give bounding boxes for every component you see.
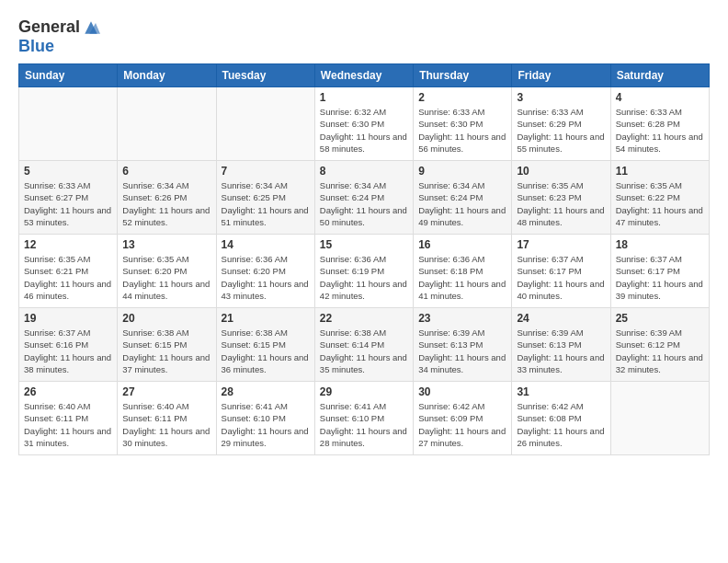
calendar-cell: 22Sunrise: 6:38 AM Sunset: 6:14 PM Dayli… — [314, 308, 413, 382]
day-number: 8 — [320, 165, 408, 178]
day-number: 15 — [320, 238, 408, 251]
day-info: Sunrise: 6:33 AM Sunset: 6:27 PM Dayligh… — [24, 179, 112, 228]
day-info: Sunrise: 6:33 AM Sunset: 6:29 PM Dayligh… — [517, 106, 605, 155]
calendar-cell: 26Sunrise: 6:40 AM Sunset: 6:11 PM Dayli… — [19, 382, 118, 455]
calendar-cell: 4Sunrise: 6:33 AM Sunset: 6:28 PM Daylig… — [610, 87, 709, 161]
weekday-header-row: SundayMondayTuesdayWednesdayThursdayFrid… — [19, 64, 710, 87]
day-info: Sunrise: 6:40 AM Sunset: 6:11 PM Dayligh… — [122, 400, 210, 449]
calendar-cell: 30Sunrise: 6:42 AM Sunset: 6:09 PM Dayli… — [414, 382, 512, 455]
day-number: 12 — [24, 238, 112, 251]
calendar-cell: 28Sunrise: 6:41 AM Sunset: 6:10 PM Dayli… — [216, 382, 314, 455]
calendar-cell: 20Sunrise: 6:38 AM Sunset: 6:15 PM Dayli… — [118, 308, 216, 382]
day-number: 21 — [222, 312, 310, 325]
calendar-cell: 23Sunrise: 6:39 AM Sunset: 6:13 PM Dayli… — [414, 308, 512, 382]
calendar-cell — [610, 382, 709, 455]
calendar-cell: 25Sunrise: 6:39 AM Sunset: 6:12 PM Dayli… — [610, 308, 709, 382]
day-number: 10 — [517, 165, 605, 178]
day-number: 31 — [517, 385, 605, 398]
calendar-cell: 14Sunrise: 6:36 AM Sunset: 6:20 PM Dayli… — [216, 235, 314, 308]
day-number: 2 — [418, 91, 506, 104]
logo-text-blue: Blue — [18, 37, 100, 56]
day-info: Sunrise: 6:33 AM Sunset: 6:30 PM Dayligh… — [418, 106, 506, 155]
day-number: 24 — [517, 312, 605, 325]
day-number: 9 — [418, 165, 506, 178]
weekday-header-thursday: Thursday — [414, 64, 512, 87]
weekday-header-tuesday: Tuesday — [216, 64, 314, 87]
calendar-cell: 12Sunrise: 6:35 AM Sunset: 6:21 PM Dayli… — [19, 235, 118, 308]
day-info: Sunrise: 6:33 AM Sunset: 6:28 PM Dayligh… — [616, 106, 704, 155]
calendar-cell — [216, 87, 314, 161]
day-info: Sunrise: 6:36 AM Sunset: 6:18 PM Dayligh… — [418, 253, 506, 302]
day-number: 6 — [122, 165, 210, 178]
day-info: Sunrise: 6:38 AM Sunset: 6:14 PM Dayligh… — [320, 327, 408, 375]
calendar-cell: 1Sunrise: 6:32 AM Sunset: 6:30 PM Daylig… — [314, 87, 413, 161]
calendar-cell: 17Sunrise: 6:37 AM Sunset: 6:17 PM Dayli… — [512, 235, 610, 308]
day-info: Sunrise: 6:38 AM Sunset: 6:15 PM Dayligh… — [122, 327, 210, 375]
logo-icon — [82, 18, 100, 37]
calendar-cell: 27Sunrise: 6:40 AM Sunset: 6:11 PM Dayli… — [118, 382, 216, 455]
day-number: 22 — [320, 312, 408, 325]
calendar-week-row: 1Sunrise: 6:32 AM Sunset: 6:30 PM Daylig… — [19, 87, 710, 161]
weekday-header-sunday: Sunday — [19, 64, 118, 87]
calendar-cell: 3Sunrise: 6:33 AM Sunset: 6:29 PM Daylig… — [512, 87, 610, 161]
calendar-cell: 13Sunrise: 6:35 AM Sunset: 6:20 PM Dayli… — [118, 235, 216, 308]
calendar-cell: 9Sunrise: 6:34 AM Sunset: 6:24 PM Daylig… — [414, 161, 512, 235]
day-number: 29 — [320, 385, 408, 398]
day-info: Sunrise: 6:39 AM Sunset: 6:13 PM Dayligh… — [517, 327, 605, 375]
day-info: Sunrise: 6:34 AM Sunset: 6:26 PM Dayligh… — [122, 179, 210, 228]
weekday-header-saturday: Saturday — [610, 64, 709, 87]
day-info: Sunrise: 6:35 AM Sunset: 6:21 PM Dayligh… — [24, 253, 112, 302]
calendar-cell — [19, 87, 118, 161]
day-number: 30 — [418, 385, 506, 398]
calendar-cell: 11Sunrise: 6:35 AM Sunset: 6:22 PM Dayli… — [610, 161, 709, 235]
calendar-cell: 24Sunrise: 6:39 AM Sunset: 6:13 PM Dayli… — [512, 308, 610, 382]
day-number: 23 — [418, 312, 506, 325]
day-number: 25 — [616, 312, 704, 325]
day-info: Sunrise: 6:34 AM Sunset: 6:24 PM Dayligh… — [320, 179, 408, 228]
day-info: Sunrise: 6:38 AM Sunset: 6:15 PM Dayligh… — [222, 327, 310, 375]
day-info: Sunrise: 6:36 AM Sunset: 6:19 PM Dayligh… — [320, 253, 408, 302]
calendar-cell: 31Sunrise: 6:42 AM Sunset: 6:08 PM Dayli… — [512, 382, 610, 455]
day-number: 1 — [320, 91, 408, 104]
calendar-table: SundayMondayTuesdayWednesdayThursdayFrid… — [18, 63, 710, 455]
calendar-cell: 16Sunrise: 6:36 AM Sunset: 6:18 PM Dayli… — [414, 235, 512, 308]
calendar-cell: 15Sunrise: 6:36 AM Sunset: 6:19 PM Dayli… — [314, 235, 413, 308]
calendar-cell: 10Sunrise: 6:35 AM Sunset: 6:23 PM Dayli… — [512, 161, 610, 235]
calendar-week-row: 26Sunrise: 6:40 AM Sunset: 6:11 PM Dayli… — [19, 382, 710, 455]
day-info: Sunrise: 6:37 AM Sunset: 6:17 PM Dayligh… — [616, 253, 704, 302]
day-info: Sunrise: 6:41 AM Sunset: 6:10 PM Dayligh… — [222, 400, 310, 449]
day-number: 14 — [222, 238, 310, 251]
calendar-cell: 19Sunrise: 6:37 AM Sunset: 6:16 PM Dayli… — [19, 308, 118, 382]
day-number: 19 — [24, 312, 112, 325]
logo-text-general: General — [18, 18, 80, 37]
day-number: 26 — [24, 385, 112, 398]
day-info: Sunrise: 6:36 AM Sunset: 6:20 PM Dayligh… — [222, 253, 310, 302]
calendar-week-row: 12Sunrise: 6:35 AM Sunset: 6:21 PM Dayli… — [19, 235, 710, 308]
weekday-header-monday: Monday — [118, 64, 216, 87]
day-info: Sunrise: 6:34 AM Sunset: 6:25 PM Dayligh… — [222, 179, 310, 228]
calendar-cell: 18Sunrise: 6:37 AM Sunset: 6:17 PM Dayli… — [610, 235, 709, 308]
day-number: 27 — [122, 385, 210, 398]
calendar-header: SundayMondayTuesdayWednesdayThursdayFrid… — [19, 64, 710, 87]
day-number: 4 — [616, 91, 704, 104]
day-number: 18 — [616, 238, 704, 251]
calendar-cell: 7Sunrise: 6:34 AM Sunset: 6:25 PM Daylig… — [216, 161, 314, 235]
day-info: Sunrise: 6:35 AM Sunset: 6:22 PM Dayligh… — [616, 179, 704, 228]
day-info: Sunrise: 6:37 AM Sunset: 6:17 PM Dayligh… — [517, 253, 605, 302]
calendar-cell — [118, 87, 216, 161]
day-number: 16 — [418, 238, 506, 251]
day-number: 11 — [616, 165, 704, 178]
calendar-cell: 6Sunrise: 6:34 AM Sunset: 6:26 PM Daylig… — [118, 161, 216, 235]
day-info: Sunrise: 6:42 AM Sunset: 6:08 PM Dayligh… — [517, 400, 605, 449]
logo: General Blue — [18, 18, 100, 56]
calendar-week-row: 5Sunrise: 6:33 AM Sunset: 6:27 PM Daylig… — [19, 161, 710, 235]
day-number: 5 — [24, 165, 112, 178]
calendar-cell: 8Sunrise: 6:34 AM Sunset: 6:24 PM Daylig… — [314, 161, 413, 235]
day-info: Sunrise: 6:42 AM Sunset: 6:09 PM Dayligh… — [418, 400, 506, 449]
day-number: 20 — [122, 312, 210, 325]
calendar-cell: 21Sunrise: 6:38 AM Sunset: 6:15 PM Dayli… — [216, 308, 314, 382]
day-number: 13 — [122, 238, 210, 251]
weekday-header-friday: Friday — [512, 64, 610, 87]
calendar-body: 1Sunrise: 6:32 AM Sunset: 6:30 PM Daylig… — [19, 87, 710, 455]
day-info: Sunrise: 6:39 AM Sunset: 6:13 PM Dayligh… — [418, 327, 506, 375]
